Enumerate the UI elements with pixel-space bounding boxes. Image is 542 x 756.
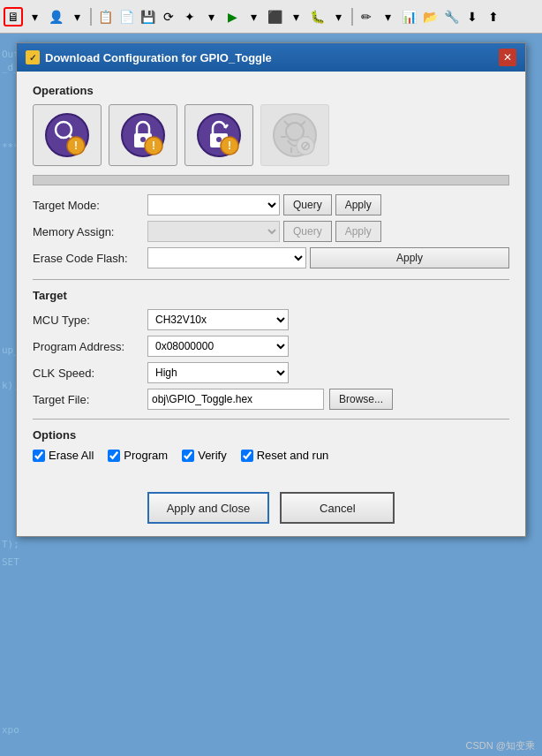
bg-text-xpo: xpo (2, 724, 19, 736)
options-section: Options Erase All Program Verify Reset a… (33, 428, 509, 462)
separator-2 (351, 8, 353, 26)
svg-text:⊘: ⊘ (300, 139, 311, 153)
op-program-icon: ! (120, 112, 166, 158)
toolbar-icon-22[interactable]: ⬆ (484, 7, 503, 26)
toolbar-icon-18[interactable]: 📊 (399, 7, 418, 26)
toolbar-icon-9[interactable]: ✦ (180, 7, 199, 26)
toolbar-icon-7[interactable]: 💾 (138, 7, 157, 26)
toolbar-icon-8[interactable]: ⟳ (159, 7, 178, 26)
toolbar-icon-3[interactable]: 👤 (46, 7, 65, 26)
dialog-close-button[interactable]: ✕ (499, 49, 516, 66)
target-section: Target MCU Type: CH32V10x Program Addres… (33, 289, 509, 410)
erase-all-checkbox[interactable] (33, 450, 45, 462)
target-mode-controls: Query Apply (147, 194, 509, 215)
memory-assign-apply-button[interactable]: Apply (335, 221, 381, 242)
memory-assign-label: Memory Assign: (33, 225, 147, 238)
clk-speed-select[interactable]: High (147, 362, 289, 383)
clk-speed-value: High (147, 362, 289, 383)
target-file-label: Target File: (33, 393, 147, 406)
options-row: Erase All Program Verify Reset and run (33, 449, 509, 462)
op-debug-button[interactable]: ⊘ (260, 104, 329, 166)
toolbar-icon-20[interactable]: 🔧 (441, 7, 461, 26)
dialog: ✓ Download Configuration for GPIO_Toggle… (16, 42, 526, 537)
target-mode-query-button[interactable]: Query (283, 194, 332, 215)
options-label: Options (33, 428, 509, 442)
dialog-footer: Apply and Close Cancel (17, 483, 525, 536)
memory-assign-row: Memory Assign: Query Apply (33, 221, 509, 242)
dialog-title-icon: ✓ (26, 50, 40, 64)
svg-point-13 (216, 137, 222, 142)
toolbar-icon-play[interactable]: ▶ (222, 7, 242, 26)
memory-assign-controls: Query Apply (147, 221, 509, 242)
target-mode-apply-button[interactable]: Apply (335, 194, 381, 215)
dialog-title-text: Download Configuration for GPIO_Toggle (45, 51, 272, 64)
erase-code-flash-label: Erase Code Flash: (33, 252, 147, 265)
reset-run-label: Reset and run (257, 449, 329, 462)
cancel-button[interactable]: Cancel (280, 492, 395, 524)
toolbar: 🖥 ▾ 👤 ▾ 📋 📄 💾 ⟳ ✦ ▾ ▶ ▾ ⬛ ▾ 🐛 ▾ ✏ ▾ 📊 📂 … (0, 0, 542, 34)
erase-all-checkbox-item: Erase All (33, 449, 94, 462)
verify-checkbox[interactable] (182, 450, 194, 462)
program-address-select[interactable]: 0x08000000 (147, 336, 289, 357)
program-checkbox-item: Program (108, 449, 168, 462)
ops-icons-row: ! ! (33, 104, 509, 166)
svg-text:!: ! (228, 140, 231, 152)
toolbar-icon-15[interactable]: ▾ (328, 7, 348, 26)
toolbar-icon-6[interactable]: 📄 (117, 7, 136, 26)
toolbar-icon-5[interactable]: 📋 (95, 7, 115, 26)
mcu-type-select[interactable]: CH32V10x (147, 309, 289, 330)
target-mode-row: Target Mode: Query Apply (33, 194, 509, 215)
target-label: Target (33, 289, 509, 302)
target-file-input[interactable] (147, 389, 324, 410)
toolbar-icon-14[interactable]: 🐛 (307, 7, 327, 26)
erase-all-label: Erase All (49, 449, 94, 462)
verify-checkbox-item: Verify (182, 449, 227, 462)
dialog-title-left: ✓ Download Configuration for GPIO_Toggle (26, 50, 272, 64)
toolbar-icon-11[interactable]: ▾ (244, 7, 263, 26)
toolbar-icon-4[interactable]: ▾ (67, 7, 87, 26)
memory-assign-select[interactable] (147, 221, 280, 242)
erase-code-flash-row: Erase Code Flash: Apply (33, 247, 509, 268)
clk-speed-label: CLK Speed: (33, 367, 147, 380)
target-mode-select[interactable] (147, 194, 280, 215)
bg-text-set: SET (2, 556, 19, 568)
program-address-value: 0x08000000 (147, 336, 289, 357)
dialog-titlebar: ✓ Download Configuration for GPIO_Toggle… (17, 43, 525, 72)
memory-assign-query-button[interactable]: Query (283, 221, 332, 242)
toolbar-icon-21[interactable]: ⬇ (463, 7, 482, 26)
dialog-body: Operations ! (17, 72, 525, 483)
toolbar-icon-17[interactable]: ▾ (378, 7, 397, 26)
mcu-type-label: MCU Type: (33, 314, 147, 327)
toolbar-icon-13[interactable]: ▾ (286, 7, 305, 26)
op-erase-program-icon: ! (196, 112, 242, 158)
erase-code-flash-controls: Apply (147, 247, 509, 268)
browse-button[interactable]: Browse... (329, 389, 393, 410)
svg-text:!: ! (152, 140, 155, 152)
reset-run-checkbox[interactable] (241, 450, 253, 462)
svg-text:!: ! (74, 140, 78, 152)
program-label: Program (124, 449, 168, 462)
erase-code-flash-select[interactable] (147, 247, 306, 268)
op-erase-program-button[interactable]: ! (184, 104, 253, 166)
op-query-button[interactable]: ! (33, 104, 102, 166)
progress-bar (33, 175, 509, 185)
toolbar-icon-10[interactable]: ▾ (201, 7, 221, 26)
clk-speed-row: CLK Speed: High (33, 362, 509, 383)
toolbar-icon-2[interactable]: ▾ (25, 7, 44, 26)
target-file-row: Target File: Browse... (33, 389, 509, 410)
toolbar-icon-16[interactable]: ✏ (357, 7, 376, 26)
svg-point-7 (140, 137, 146, 142)
apply-close-button[interactable]: Apply and Close (147, 492, 270, 524)
section-divider-1 (33, 279, 509, 280)
toolbar-icon-12[interactable]: ⬛ (265, 7, 284, 26)
verify-label: Verify (198, 449, 227, 462)
program-checkbox[interactable] (108, 450, 120, 462)
bg-text-t: T); (2, 539, 19, 550)
toolbar-icon-19[interactable]: 📂 (420, 7, 440, 26)
erase-code-flash-apply-button[interactable]: Apply (310, 247, 509, 268)
op-program-button[interactable]: ! (109, 104, 177, 166)
operations-label: Operations (33, 84, 509, 97)
section-divider-2 (33, 419, 509, 420)
mcu-type-value: CH32V10x (147, 309, 289, 330)
toolbar-icon-1[interactable]: 🖥 (4, 7, 23, 26)
